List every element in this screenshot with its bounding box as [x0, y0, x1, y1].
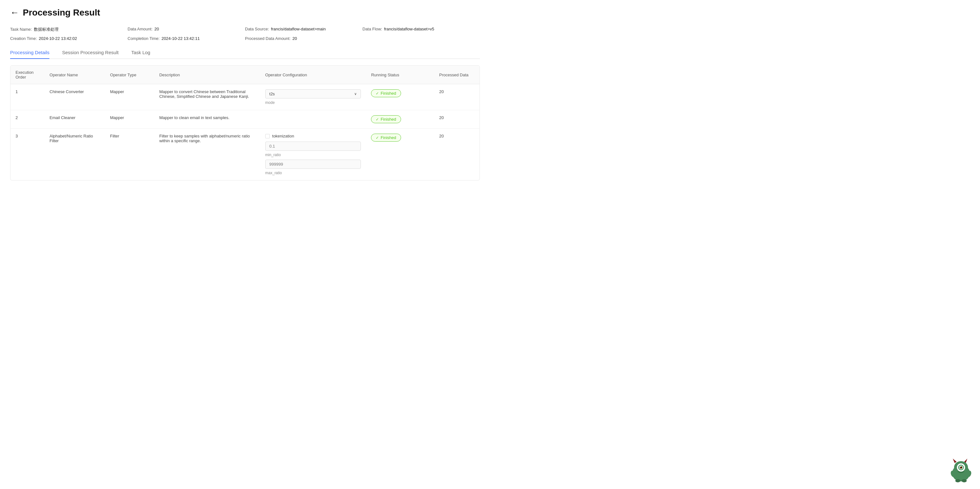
page-title: Processing Result — [23, 8, 100, 18]
th-processed-data: Processed Data — [434, 65, 480, 84]
processed-data-value: 20 — [293, 36, 297, 41]
status-2: ✓ Finished — [366, 110, 434, 129]
back-button[interactable]: ← — [10, 8, 19, 18]
check-icon: ✓ — [376, 117, 379, 122]
status-3: ✓ Finished — [366, 129, 434, 180]
tokenization-checkbox[interactable] — [265, 134, 270, 139]
config-1: t2s ∨ mode — [260, 84, 366, 110]
processing-details-table: Execution Order Operator Name Operator T… — [10, 65, 480, 180]
task-name-value: 数据标准处理 — [34, 27, 59, 32]
config-select-t2s[interactable]: t2s ∨ — [265, 89, 361, 99]
th-operator-type: Operator Type — [105, 65, 154, 84]
processed-data-3: 20 — [434, 129, 480, 180]
execution-order-3: 3 — [10, 129, 45, 180]
config-mode-label: mode — [265, 100, 361, 105]
max-ratio-label: max_ratio — [265, 171, 361, 175]
th-running-status: Running Status — [366, 65, 434, 84]
tab-task-log[interactable]: Task Log — [131, 50, 150, 59]
th-description: Description — [154, 65, 260, 84]
meta-section: Task Name: 数据标准处理 Data Amount: 20 Data S… — [10, 27, 480, 41]
status-badge-2: ✓ Finished — [371, 115, 401, 123]
data-source-value: francis/dataflow-dataset>main — [271, 27, 326, 31]
task-name-label: Task Name: — [10, 27, 32, 32]
execution-order-2: 2 — [10, 110, 45, 129]
config-2 — [260, 110, 366, 129]
chevron-down-icon: ∨ — [354, 92, 357, 96]
execution-order-1: 1 — [10, 84, 45, 110]
operator-type-3: Filter — [105, 129, 154, 180]
completion-time-value: 2024-10-22 13:42:11 — [161, 36, 200, 41]
description-2: Mapper to clean email in text samples. — [154, 110, 260, 129]
th-execution-order: Execution Order — [10, 65, 45, 84]
processed-data-label: Processed Data Amount: — [245, 36, 291, 41]
tab-session-processing-result[interactable]: Session Processing Result — [62, 50, 118, 59]
processed-data-1: 20 — [434, 84, 480, 110]
max-ratio-input[interactable] — [265, 159, 361, 169]
operator-type-1: Mapper — [105, 84, 154, 110]
min-ratio-input[interactable] — [265, 142, 361, 151]
description-1: Mapper to convert Chinese between Tradit… — [154, 84, 260, 110]
status-badge-3: ✓ Finished — [371, 134, 401, 142]
data-source-label: Data Source: — [245, 27, 269, 31]
table-row: 1 Chinese Converter Mapper Mapper to con… — [10, 84, 480, 110]
data-flow-value: francis/dataflow-dataset>v5 — [384, 27, 434, 31]
config-3: tokenization min_ratio max_ratio — [260, 129, 366, 180]
th-operator-name: Operator Name — [45, 65, 105, 84]
check-icon: ✓ — [376, 135, 379, 140]
operator-type-2: Mapper — [105, 110, 154, 129]
tab-processing-details[interactable]: Processing Details — [10, 50, 49, 59]
operator-name-1: Chinese Converter — [45, 84, 105, 110]
status-1: ✓ Finished — [366, 84, 434, 110]
check-icon: ✓ — [376, 91, 379, 96]
creation-time-label: Creation Time: — [10, 36, 37, 41]
th-operator-configuration: Operator Configuration — [260, 65, 366, 84]
min-ratio-label: min_ratio — [265, 153, 361, 157]
creation-time-value: 2024-10-22 13:42:02 — [39, 36, 77, 41]
data-amount-label: Data Amount: — [127, 27, 153, 31]
tokenization-label: tokenization — [272, 134, 294, 139]
processed-data-2: 20 — [434, 110, 480, 129]
data-amount-value: 20 — [154, 27, 159, 31]
data-flow-label: Data Flow: — [363, 27, 382, 31]
status-badge-1: ✓ Finished — [371, 89, 401, 97]
table-row: 2 Email Cleaner Mapper Mapper to clean e… — [10, 110, 480, 129]
table-row: 3 Alphabet/Numeric Ratio Filter Filter F… — [10, 129, 480, 180]
operator-name-2: Email Cleaner — [45, 110, 105, 129]
completion-time-label: Completion Time: — [127, 36, 159, 41]
tab-bar: Processing Details Session Processing Re… — [10, 50, 480, 59]
operator-name-3: Alphabet/Numeric Ratio Filter — [45, 129, 105, 180]
description-3: Filter to keep samples with alphabet/num… — [154, 129, 260, 180]
